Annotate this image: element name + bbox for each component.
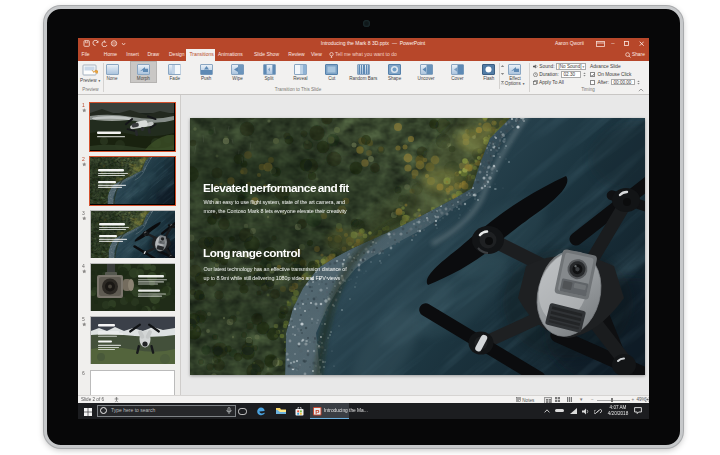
svg-text:P: P <box>315 408 319 415</box>
